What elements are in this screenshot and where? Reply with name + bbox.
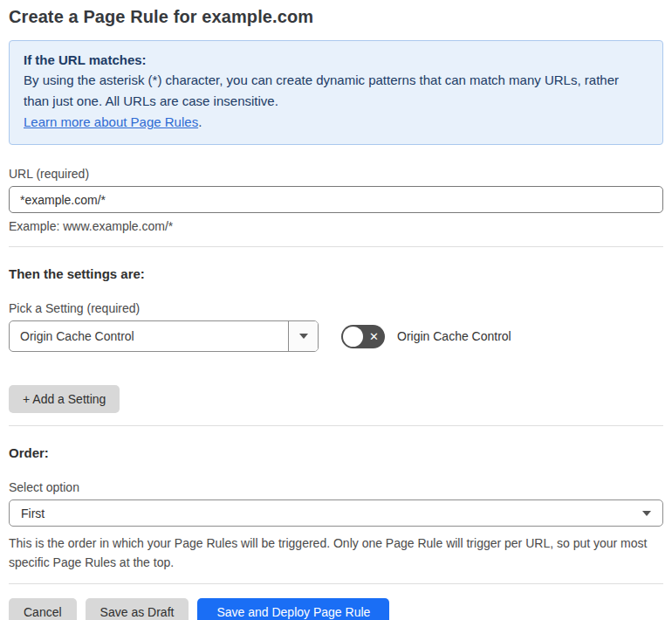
info-box-heading: If the URL matches: <box>24 51 648 70</box>
add-setting-button[interactable]: + Add a Setting <box>9 385 120 413</box>
x-icon: ✕ <box>369 331 379 342</box>
order-section-heading: Order: <box>9 445 663 461</box>
caret-down-icon <box>299 334 308 339</box>
learn-more-link[interactable]: Learn more about Page Rules <box>24 114 198 129</box>
link-suffix: . <box>198 114 202 129</box>
url-field-group: URL (required) Example: www.example.com/… <box>9 166 663 234</box>
origin-cache-control-toggle[interactable]: ✕ <box>341 325 385 348</box>
settings-section-heading: Then the settings are: <box>9 266 663 282</box>
save-as-draft-button[interactable]: Save as Draft <box>86 598 189 620</box>
url-example-helper: Example: www.example.com/* <box>9 218 663 234</box>
caret-down-icon <box>642 511 651 516</box>
toggle-label: Origin Cache Control <box>397 329 511 343</box>
page-title: Create a Page Rule for example.com <box>9 7 663 27</box>
setting-select-arrow-button[interactable] <box>288 321 318 351</box>
url-input[interactable] <box>9 186 663 213</box>
toggle-knob <box>343 327 363 347</box>
setting-select-value: Origin Cache Control <box>10 321 288 351</box>
pick-setting-label: Pick a Setting (required) <box>9 300 663 316</box>
url-field-label: URL (required) <box>9 166 663 182</box>
info-box-body: By using the asterisk (*) character, you… <box>24 70 634 112</box>
divider <box>9 425 663 426</box>
save-and-deploy-button[interactable]: Save and Deploy Page Rule <box>197 598 389 620</box>
divider <box>9 583 663 584</box>
footer-actions: Cancel Save as Draft Save and Deploy Pag… <box>9 598 663 620</box>
order-select[interactable]: First <box>9 499 663 527</box>
setting-row: Origin Cache Control ✕ Origin Cache Cont… <box>9 320 663 352</box>
order-select-label: Select option <box>9 479 663 495</box>
divider <box>9 246 663 247</box>
cancel-button[interactable]: Cancel <box>9 598 77 620</box>
create-page-rule-form: Create a Page Rule for example.com If th… <box>0 0 672 620</box>
order-select-value: First <box>21 506 45 520</box>
url-match-info-box: If the URL matches: By using the asteris… <box>9 40 663 145</box>
order-helper-text: This is the order in which your Page Rul… <box>9 534 655 572</box>
setting-select[interactable]: Origin Cache Control <box>9 320 319 352</box>
info-link-line: Learn more about Page Rules. <box>24 112 648 133</box>
